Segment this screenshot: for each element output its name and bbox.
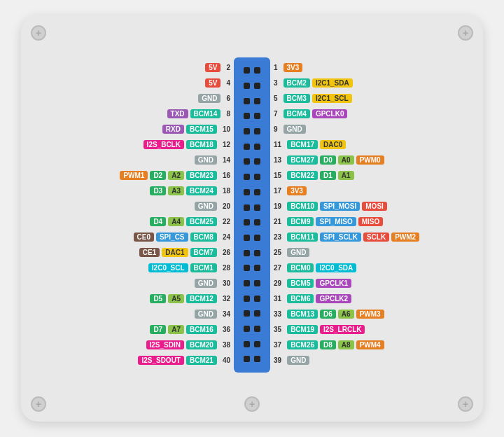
screw-tr: [458, 25, 473, 41]
pin-number: 1: [270, 63, 281, 72]
pin-badge: A6: [338, 310, 354, 319]
pin-dot: [254, 296, 260, 302]
pin-badge: BCM24: [186, 186, 217, 195]
pin-badge: CE0: [134, 233, 154, 242]
right-pin-row: 13BCM27D0A0PWM0: [270, 155, 384, 165]
pin-number: 13: [270, 155, 285, 165]
right-pin-row: 11BCM17DAC0: [270, 140, 346, 149]
screw-bl: [31, 396, 46, 412]
pin-badge: BCM6: [287, 294, 314, 303]
pin-dot: [254, 158, 260, 165]
gpio-board: 5V25V4GND6TXDBCM148RXDBCM1510I2S_BCLKBCM…: [21, 15, 483, 422]
pin-dot: [254, 219, 260, 226]
pin-dot: [254, 204, 260, 211]
pin-badge: BCM17: [287, 140, 318, 149]
right-pin-row: 23BCM11SPI_SCLKSCLKPWM2: [270, 233, 419, 242]
left-pin-row: RXDBCM1510: [162, 125, 234, 134]
pin-badge: GND: [195, 202, 217, 211]
right-pin-row: 33BCM13D6A6PWM3: [270, 310, 384, 319]
pin-number: 40: [219, 356, 234, 365]
pin-badge: GPCLK2: [316, 294, 351, 303]
pin-number: 17: [270, 186, 285, 195]
pin-dot: [244, 280, 250, 286]
connector-row: [244, 83, 260, 89]
pin-dot: [244, 83, 250, 89]
pin-dot: [244, 250, 250, 256]
pin-badge: BCM18: [186, 140, 217, 149]
pin-dot: [244, 341, 250, 347]
pin-dot: [254, 174, 260, 180]
pin-dot: [254, 326, 260, 332]
left-pin-row: GND6: [198, 94, 234, 103]
pin-badge: I2C0_SCL: [148, 263, 188, 272]
pin-badge: RXD: [162, 125, 184, 134]
pin-number: 11: [270, 140, 285, 149]
pin-number: 12: [219, 140, 234, 149]
pin-badge: SPI_SCLK: [320, 233, 361, 242]
pin-dot: [244, 189, 250, 195]
right-pin-row: 37BCM26D8A8PWM4: [270, 340, 384, 349]
pin-badge: BCM2: [284, 78, 310, 88]
right-pin-row: 29BCM5GPCLK1: [270, 279, 351, 288]
pin-number: 14: [219, 155, 234, 165]
pin-badge: GND: [195, 310, 217, 319]
pin-badge: 5V: [205, 78, 220, 88]
pin-dot: [244, 310, 250, 317]
pin-number: 8: [223, 109, 234, 118]
pin-dot: [244, 356, 250, 362]
pin-dot: [244, 326, 250, 332]
pin-badge: D3: [150, 186, 166, 195]
left-pin-row: I2S_SDOUTBCM2140: [138, 356, 234, 365]
connector-row: [244, 310, 260, 317]
left-pin-row: I2S_BCLKBCM1812: [144, 140, 234, 149]
pin-badge: GPCLK1: [316, 279, 351, 288]
pin-badge: D7: [150, 325, 166, 334]
pin-badge: PWM2: [391, 233, 419, 242]
pin-number: 4: [223, 78, 234, 88]
right-pin-row: 5BCM3I2C1_SCL: [270, 94, 352, 103]
connector-row: [244, 265, 260, 271]
pin-badge: I2S_LRCLK: [320, 325, 365, 334]
pin-badge: BCM19: [287, 325, 318, 334]
pin-badge: DAC0: [320, 140, 346, 149]
pin-number: 36: [219, 325, 234, 334]
pin-badge: GND: [195, 155, 217, 165]
connector-row: [244, 280, 260, 286]
right-pin-row: 25GND: [270, 248, 309, 257]
pin-badge: A3: [168, 186, 184, 195]
pin-badge: A0: [338, 155, 354, 165]
pin-badge: 5V: [205, 63, 220, 72]
pin-badge: BCM9: [287, 217, 314, 226]
pin-badge: MOSI: [362, 202, 387, 211]
pin-number: 19: [270, 202, 285, 211]
pin-number: 37: [270, 340, 285, 349]
pin-badge: BCM23: [186, 171, 217, 180]
pin-number: 5: [270, 94, 281, 103]
pin-dot: [244, 265, 250, 271]
left-pin-row: PWM1D2A2BCM2316: [120, 171, 234, 180]
pin-dot: [244, 174, 250, 180]
pin-number: 33: [270, 310, 285, 319]
connector-row: [244, 144, 260, 150]
pin-dot: [244, 128, 250, 134]
pin-number: 31: [270, 294, 285, 303]
connector-row: [244, 189, 260, 195]
pin-number: 7: [270, 109, 281, 118]
gpio-connector: [234, 57, 270, 373]
pin-dot: [254, 341, 260, 347]
connector-row: [244, 158, 260, 165]
pin-number: 21: [270, 217, 285, 226]
pin-dot: [254, 113, 260, 119]
pin-number: 20: [219, 202, 234, 211]
pin-badge: BCM20: [186, 340, 217, 349]
connector-row: [244, 204, 260, 211]
pin-dot: [244, 113, 250, 119]
pin-badge: D0: [320, 155, 336, 165]
screw-tl: [31, 25, 46, 41]
pin-badge: BCM15: [186, 125, 217, 134]
pin-dot: [254, 235, 260, 241]
pin-number: 28: [219, 263, 234, 272]
pin-badge: BCM3: [284, 94, 310, 103]
pin-badge: BCM10: [287, 202, 318, 211]
pin-dot: [254, 280, 260, 286]
